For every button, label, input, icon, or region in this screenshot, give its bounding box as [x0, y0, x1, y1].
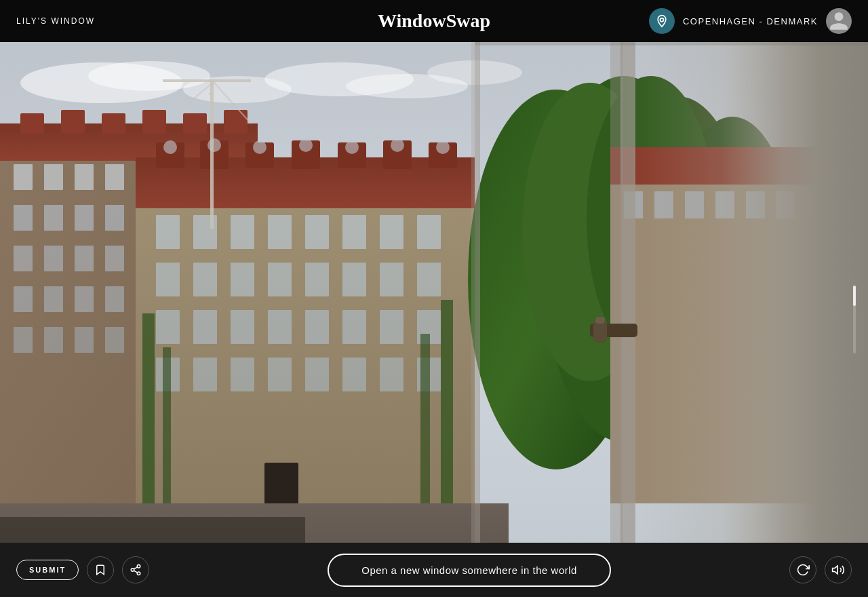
svg-rect-105	[163, 347, 171, 524]
svg-rect-32	[14, 246, 33, 271]
main-view	[0, 42, 868, 597]
svg-rect-144	[163, 79, 251, 82]
svg-rect-41	[44, 286, 63, 312]
svg-point-67	[253, 140, 267, 154]
svg-rect-107	[420, 334, 430, 524]
svg-rect-84	[305, 263, 329, 296]
svg-rect-152	[620, 42, 635, 597]
svg-point-158	[137, 565, 140, 569]
building-scene	[0, 42, 868, 597]
svg-rect-90	[231, 310, 254, 344]
svg-rect-149	[475, 42, 480, 597]
open-new-window-button[interactable]: Open a new window somewhere in the world	[328, 554, 611, 587]
svg-rect-94	[380, 310, 403, 344]
svg-rect-42	[75, 286, 94, 312]
bottom-right-controls	[789, 556, 852, 583]
svg-point-0	[660, 18, 663, 22]
scene	[0, 42, 868, 597]
header: LILY'S WINDOW WindowSwap COPENHAGEN - DE…	[0, 0, 868, 42]
scroll-indicator[interactable]	[853, 286, 856, 353]
svg-point-160	[137, 572, 140, 575]
svg-point-69	[345, 140, 359, 154]
svg-rect-157	[475, 42, 868, 45]
scroll-thumb	[853, 286, 856, 306]
svg-rect-89	[193, 310, 217, 344]
bookmark-button[interactable]	[87, 556, 114, 583]
refresh-button[interactable]	[789, 556, 816, 583]
svg-line-162	[134, 567, 138, 569]
svg-point-71	[436, 140, 450, 154]
svg-rect-151	[624, 42, 868, 597]
svg-rect-18	[75, 164, 94, 190]
submit-button[interactable]: SUBMIT	[16, 560, 79, 580]
svg-rect-74	[231, 215, 254, 249]
svg-rect-76	[305, 215, 329, 249]
svg-line-161	[134, 571, 138, 573]
svg-rect-51	[105, 327, 124, 353]
svg-rect-97	[193, 358, 217, 391]
svg-rect-148	[209, 110, 211, 112]
svg-rect-14	[183, 113, 207, 134]
svg-rect-93	[342, 310, 366, 344]
svg-rect-35	[105, 246, 124, 271]
bottom-bar: SUBMIT Open a new window somewhere in th…	[0, 543, 868, 597]
svg-rect-156	[595, 317, 605, 324]
svg-rect-48	[14, 327, 33, 353]
svg-rect-99	[268, 358, 292, 391]
share-button[interactable]	[122, 556, 149, 583]
svg-rect-153	[610, 42, 623, 597]
svg-rect-106	[441, 300, 453, 524]
svg-rect-12	[102, 113, 125, 134]
svg-rect-43	[105, 286, 124, 312]
svg-rect-33	[44, 246, 63, 271]
bottom-left-controls: SUBMIT	[16, 556, 149, 583]
svg-rect-83	[268, 263, 292, 296]
svg-rect-49	[44, 327, 63, 353]
svg-rect-17	[44, 164, 63, 190]
svg-rect-13	[142, 110, 166, 134]
svg-rect-72	[156, 215, 180, 249]
svg-rect-101	[342, 358, 366, 391]
avatar[interactable]	[826, 8, 852, 34]
svg-point-66	[208, 138, 221, 152]
svg-rect-34	[75, 246, 94, 271]
svg-rect-16	[14, 164, 33, 190]
svg-rect-27	[105, 205, 124, 231]
location-text: COPENHAGEN - DENMARK	[683, 16, 818, 26]
svg-rect-80	[156, 263, 180, 296]
svg-rect-19	[105, 164, 124, 190]
svg-rect-98	[231, 358, 254, 391]
svg-rect-77	[342, 215, 366, 249]
svg-rect-88	[156, 310, 180, 344]
svg-rect-82	[231, 263, 254, 296]
svg-rect-15	[224, 110, 248, 134]
svg-point-65	[163, 140, 177, 154]
volume-button[interactable]	[825, 556, 852, 583]
site-title: WindowSwap	[378, 10, 490, 32]
svg-point-68	[299, 138, 313, 152]
svg-rect-26	[75, 205, 94, 231]
svg-rect-143	[210, 79, 214, 229]
svg-rect-104	[142, 313, 155, 524]
location-icon	[649, 8, 675, 34]
svg-point-159	[131, 569, 134, 572]
svg-rect-81	[193, 263, 217, 296]
svg-rect-86	[380, 263, 403, 296]
svg-rect-50	[75, 327, 94, 353]
window-label: LILY'S WINDOW	[16, 16, 95, 26]
svg-rect-100	[305, 358, 329, 391]
svg-rect-40	[14, 286, 33, 312]
svg-rect-25	[44, 205, 63, 231]
svg-rect-10	[20, 113, 44, 134]
svg-rect-91	[268, 310, 292, 344]
svg-rect-11	[61, 110, 85, 134]
svg-rect-92	[305, 310, 329, 344]
svg-rect-79	[417, 215, 441, 249]
svg-rect-147	[209, 93, 211, 95]
svg-rect-102	[380, 358, 403, 391]
svg-point-70	[391, 138, 404, 152]
svg-rect-87	[417, 263, 441, 296]
svg-rect-85	[342, 263, 366, 296]
svg-marker-163	[833, 566, 838, 574]
svg-rect-78	[380, 215, 403, 249]
